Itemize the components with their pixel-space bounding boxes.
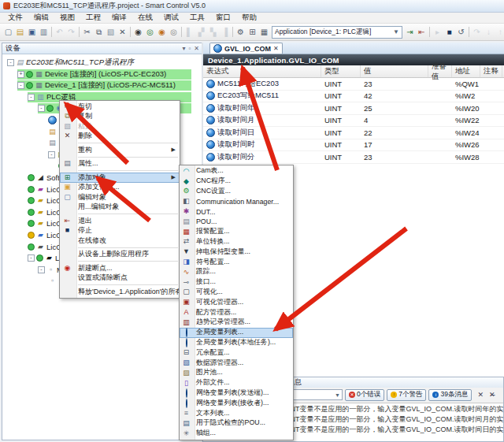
menu-item-网络变量列表-发送端-[interactable]: 网络变量列表(发送端)... xyxy=(180,388,293,399)
menubar-item-工具[interactable]: 工具 xyxy=(184,13,210,23)
panel-dropdown-icon[interactable]: ▾ xyxy=(182,45,185,52)
table-row[interactable]: 读取时间年UINT25%IW20 xyxy=(203,102,504,115)
table-row[interactable]: MC511写给EC203UINT23%QW1 xyxy=(203,78,504,91)
collapse-icon[interactable]: - xyxy=(38,105,45,112)
menu-item-掉电保持型变量-[interactable]: ▼掉电保持型变量... xyxy=(180,247,293,257)
menu-item-重构[interactable]: 重构▶ xyxy=(60,145,180,155)
menu-item-释放-Device_1-Application-的所有值[interactable]: 释放'Device_1.Application'的所有值 xyxy=(60,287,180,297)
panel-pin-icon[interactable]: ▫ xyxy=(188,45,191,52)
menu-item-CNC程序-[interactable]: ◆CNC程序... xyxy=(180,176,293,187)
menu-item-冗余配置-[interactable]: ⊟冗余配置... xyxy=(180,347,293,358)
menu-item-复制[interactable]: ⧉复制 xyxy=(60,112,180,122)
collapse-icon[interactable]: - xyxy=(48,151,55,158)
menu-item-DUT-[interactable]: ✱DUT... xyxy=(180,206,293,217)
find-next-icon[interactable]: ◎ xyxy=(144,28,156,36)
menu-item-添加对象[interactable]: ⊞添加对象▶ xyxy=(60,173,180,183)
menu-item-编辑对象[interactable]: ▢编辑对象 xyxy=(60,192,180,202)
menu-item-可视化-[interactable]: ▢可视化... xyxy=(180,288,293,298)
copy-icon[interactable]: ⧉ xyxy=(93,28,105,37)
menu-item-跟踪-[interactable]: ∿跟踪... xyxy=(180,267,293,277)
menu-item-停止[interactable]: ■停止 xyxy=(60,226,180,236)
expand-icon[interactable]: + xyxy=(17,71,24,78)
menubar-item-调试[interactable]: 调试 xyxy=(158,13,184,23)
tree-item-Device-连接的-LicOS-PLC-EC203-[interactable]: +▦Device [连接的] (LicOS-PLC-EC203) xyxy=(17,69,191,80)
menubar-item-编译[interactable]: 编译 xyxy=(106,13,132,23)
collapse-icon[interactable]: - xyxy=(17,82,24,89)
tree-item-Device_1-连接的-LicOS-PAC-MC511-[interactable]: -▦Device_1 [连接的] (LicOS-PAC-MC511) xyxy=(17,80,191,91)
menu-item-轴组-[interactable]: ✳轴组... xyxy=(180,429,293,439)
clean-icon[interactable]: ▦ xyxy=(258,28,270,36)
menu-item-属性-[interactable]: ▤属性... xyxy=(60,159,180,169)
menu-item-Communication-Manager-[interactable]: ◧Communication Manager... xyxy=(180,196,293,206)
stop-icon[interactable]: ■ xyxy=(443,28,455,36)
collapse-icon[interactable]: - xyxy=(7,59,14,66)
menu-item-从设备上删除应用程序[interactable]: 从设备上删除应用程序 xyxy=(60,250,180,260)
menu-item-用于隐式检查的POU-[interactable]: ▤用于隐式检查的POU... xyxy=(180,418,293,429)
menu-item-趋势记录管理器-[interactable]: ▥趋势记录管理器... xyxy=(180,318,293,328)
menu-item-删除[interactable]: ✕删除 xyxy=(60,132,180,142)
paste-icon[interactable]: ▧ xyxy=(105,28,117,36)
logout-icon[interactable]: ⇤ xyxy=(416,28,428,36)
login-icon[interactable]: ⇥ xyxy=(404,28,416,36)
column-header-地址[interactable]: 地址 xyxy=(452,65,480,77)
tree-item-EC203E和MC511_TCP通讯程序[interactable]: -▤EC203E和MC511_TCP通讯程序 xyxy=(7,58,191,68)
menubar-item-窗口[interactable]: 窗口 xyxy=(210,13,236,23)
find-icon[interactable]: ◉ xyxy=(132,28,144,36)
delete-icon[interactable]: ✕ xyxy=(117,28,128,36)
column-header-表达式[interactable]: 表达式 xyxy=(203,65,321,77)
clear-messages-icon[interactable]: ✕ xyxy=(477,391,484,399)
new-file-icon[interactable]: ▢ xyxy=(2,28,14,36)
filter-button-infos[interactable]: i39条消息 xyxy=(428,389,472,401)
generate-code-icon[interactable]: ⊞ xyxy=(246,28,258,36)
menu-item-可视化管理器-[interactable]: ▣可视化管理器... xyxy=(180,297,293,307)
filter-button-errors[interactable]: ✕0个错误 xyxy=(345,389,384,401)
save-icon[interactable]: ▣ xyxy=(26,28,38,36)
table-row[interactable]: 读取时间日UINT22%IW24 xyxy=(203,127,504,139)
print-icon[interactable]: ▥ xyxy=(38,28,50,36)
menu-item-Cam表-[interactable]: ◠Cam表... xyxy=(180,166,293,176)
menu-item-数据源管理器-[interactable]: ▧数据源管理器... xyxy=(180,358,293,368)
menu-item-添加文件夹-[interactable]: ▣添加文件夹... xyxy=(60,183,180,193)
menu-item-网络变量列表-接收者-[interactable]: 网络变量列表(接收者)... xyxy=(180,398,293,408)
menu-item-CNC设置-[interactable]: ⚙CNC设置... xyxy=(180,187,293,197)
column-header-类型[interactable]: 类型 xyxy=(321,65,361,77)
column-header-值[interactable]: 值 xyxy=(361,65,428,77)
build-icon[interactable]: ⚙ xyxy=(235,28,246,36)
collapse-icon[interactable]: - xyxy=(28,94,35,101)
menubar-item-工程[interactable]: 工程 xyxy=(80,13,106,23)
table-row[interactable]: 读取时间时UINT17%IW26 xyxy=(203,139,504,152)
menu-item-POU-[interactable]: ▤POU... xyxy=(180,217,293,227)
column-header-准备值[interactable]: 准备值 xyxy=(428,65,452,77)
menu-item-外部文件-[interactable]: ▯外部文件... xyxy=(180,378,293,388)
cut-icon[interactable]: ✂ xyxy=(81,28,93,36)
active-application-combo[interactable]: Application [Device_1: PLC逻辑]▼ xyxy=(272,26,402,39)
table-row[interactable]: 读取时间分UINT23%IW28 xyxy=(203,151,504,164)
collapse-icon[interactable]: - xyxy=(28,254,35,262)
filter-button-warnings[interactable]: !7个警告 xyxy=(387,389,426,401)
table-row[interactable]: EC203写给MC511UINT42%IW2 xyxy=(203,91,504,103)
clear-all-messages-icon[interactable]: ✕̶ xyxy=(489,391,495,399)
reset-icon[interactable]: ↺ xyxy=(455,28,467,36)
menu-item-配方管理器-[interactable]: A配方管理器... xyxy=(180,307,293,318)
open-file-icon[interactable]: ▤ xyxy=(14,28,26,36)
tab-close-icon[interactable]: ✕ xyxy=(273,45,279,52)
menu-item-全局变量列表-[interactable]: 全局变量列表... xyxy=(180,328,293,338)
replace-icon[interactable]: ◉ xyxy=(156,28,168,36)
menu-item-新建断点-[interactable]: ◉新建断点... xyxy=(60,263,180,273)
column-header-注释[interactable]: 注释 xyxy=(480,65,502,77)
collapse-icon[interactable]: - xyxy=(38,266,45,273)
tab-gvl-io-com[interactable]: GVL_IO_COM ✕ xyxy=(209,43,283,54)
menu-item-文本列表-[interactable]: ≡文本列表... xyxy=(180,408,293,418)
menubar-item-文件[interactable]: 文件 xyxy=(2,13,28,23)
menu-item-报警配置-[interactable]: ▦报警配置... xyxy=(180,227,293,237)
panel-close-icon[interactable]: ✕ xyxy=(194,45,199,52)
menu-item-全局变量列表-本地任务-[interactable]: 全局变量列表(本地任务)... xyxy=(180,338,293,348)
menubar-item-在线[interactable]: 在线 xyxy=(132,13,158,23)
replace-next-icon[interactable]: ◎ xyxy=(168,28,180,36)
menu-item-退出[interactable]: ⇤退出 xyxy=(60,216,180,226)
menubar-item-帮助[interactable]: 帮助 xyxy=(236,13,262,23)
menu-item-设置或清除断点[interactable]: 设置或清除断点 xyxy=(60,273,180,284)
menu-item-在线修改[interactable]: 在线修改 xyxy=(60,236,180,246)
menu-item-符号配置-[interactable]: ◨符号配置... xyxy=(180,257,293,267)
menubar-item-编辑[interactable]: 编辑 xyxy=(28,13,54,23)
